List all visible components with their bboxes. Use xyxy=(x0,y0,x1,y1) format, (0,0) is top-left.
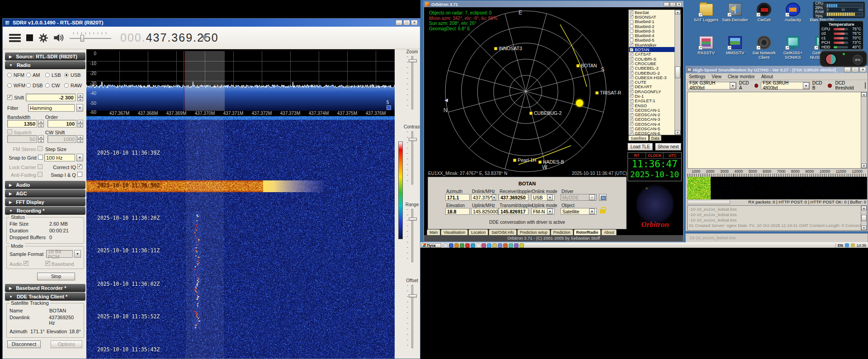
dnlink-mode-combo[interactable]: USB▼ xyxy=(531,194,555,201)
satellite-list-item[interactable]: BISONSAT xyxy=(629,14,675,19)
satellite-checkbox[interactable] xyxy=(630,104,633,107)
satellite-checkbox[interactable] xyxy=(630,90,633,93)
mode-radio[interactable]: RAW xyxy=(64,83,83,88)
mode-radio[interactable]: USB xyxy=(64,72,83,78)
zoom-slider-thumb[interactable] xyxy=(409,59,417,62)
satellite-checkbox[interactable] xyxy=(630,43,633,47)
list-tab[interactable]: Satellites xyxy=(628,135,649,141)
satellite-checkbox[interactable] xyxy=(630,29,633,33)
panel-source[interactable]: ▶Source: RTL-SDR (R820T) xyxy=(5,52,85,61)
satellite-list-item[interactable]: Bluebird-5 xyxy=(629,38,675,43)
satellite-marker[interactable]: BOTAN xyxy=(576,63,597,68)
clock-mode-tab[interactable]: CLOCK xyxy=(646,153,664,158)
satellite-list[interactable]: BeeSatBISONSATBluebird-1Bluebird-2Bluebi… xyxy=(628,9,681,135)
satellite-list-item[interactable]: CUTE xyxy=(629,80,675,84)
zoom-slider[interactable] xyxy=(411,56,413,109)
satellite-checkbox[interactable] xyxy=(630,118,633,121)
taskbar-app-icon[interactable] xyxy=(476,243,481,248)
bandwidth-field[interactable]: 1350 xyxy=(7,120,37,128)
satellite-checkbox[interactable] xyxy=(630,76,633,79)
mode-radio[interactable]: DSB xyxy=(26,83,45,88)
mode-radio[interactable]: NFM xyxy=(7,72,26,78)
shift-spinner[interactable]: ▲▼ xyxy=(77,94,83,101)
satellite-marker[interactable]: CUBEBUG-2 xyxy=(529,110,561,116)
satellite-list-item[interactable]: CROCUBE xyxy=(629,61,675,66)
contrast-slider-thumb[interactable] xyxy=(409,138,417,141)
satellite-marker[interactable]: HADES-B xyxy=(538,159,564,165)
satellite-checkbox[interactable] xyxy=(630,24,633,28)
panel-recording[interactable]: ▼Recording * xyxy=(5,207,85,215)
menu-item[interactable]: Settings xyxy=(689,74,705,79)
driver-config-button[interactable] xyxy=(599,194,607,201)
bandwidth-spinner[interactable]: ▲▼ xyxy=(38,120,44,128)
taskbar-app-icon[interactable] xyxy=(449,243,453,248)
stop-icon[interactable] xyxy=(26,34,33,41)
minimize-button[interactable]: _ xyxy=(396,20,402,25)
satellite-list-item[interactable]: DEKART xyxy=(629,85,675,89)
satellite-checkbox[interactable] xyxy=(630,61,633,65)
tray-icon[interactable] xyxy=(845,243,849,247)
satellite-list-item[interactable]: BOTAN xyxy=(629,47,675,52)
taskbar-app-icon[interactable] xyxy=(454,243,459,248)
satellite-checkbox[interactable] xyxy=(630,34,633,38)
dropdown-icon[interactable]: ▼ xyxy=(547,194,553,200)
filter-dropdown-icon[interactable]: ▼ xyxy=(76,104,83,112)
satellite-list-item[interactable]: COLIBRI-S xyxy=(629,57,675,61)
satellite-list-scrollbar[interactable]: ▲▼ xyxy=(675,10,680,135)
orbitron-tab[interactable]: Rotor/Radio xyxy=(574,229,601,235)
correct-iq-checkbox[interactable] xyxy=(77,164,82,169)
soundmodem-maximize-button[interactable]: □ xyxy=(852,67,859,72)
offset-slider-thumb[interactable] xyxy=(409,294,417,298)
scroll-up-icon[interactable]: ▲ xyxy=(675,10,680,14)
orbitron-tab[interactable]: Sat/Orbit info xyxy=(489,229,517,235)
satellite-list-item[interactable]: GEOSCAN-3 xyxy=(629,117,675,122)
satellite-checkbox[interactable] xyxy=(630,57,633,61)
satellite-list-item[interactable]: Dx-1 xyxy=(629,94,675,98)
step-size-dropdown-icon[interactable]: ▼ xyxy=(76,154,83,161)
satellite-list-item[interactable]: Bluebird-2 xyxy=(629,24,675,28)
dcd-threshold-slider[interactable] xyxy=(865,82,866,89)
satellite-list-item[interactable]: GEOSCAN-5 xyxy=(629,126,675,131)
filter-select[interactable]: Hamming xyxy=(28,104,75,112)
order-spinner[interactable]: ▲▼ xyxy=(77,120,83,128)
soundmodem-minimize-button[interactable]: _ xyxy=(844,67,851,72)
object-combo[interactable]: Satellite▼ xyxy=(561,208,597,215)
satellite-list-item[interactable]: CUBESX-HSE-3 xyxy=(629,75,675,80)
satellite-list-item[interactable]: CUBEBUG-2 xyxy=(629,71,675,75)
satellite-list-item[interactable]: GEOSCAN-1 xyxy=(629,108,675,112)
snap-to-grid-checkbox[interactable] xyxy=(38,155,43,160)
satellite-checkbox[interactable] xyxy=(630,122,633,126)
satellite-checkbox[interactable] xyxy=(630,80,633,84)
range-slider[interactable] xyxy=(411,209,413,262)
clock-mode-tab[interactable]: RT xyxy=(628,153,646,158)
satellite-checkbox[interactable] xyxy=(630,15,633,19)
disconnect-button[interactable]: Disconnect xyxy=(7,340,41,348)
shift-checkbox[interactable] xyxy=(7,95,12,100)
language-indicator[interactable]: EN xyxy=(838,243,843,248)
taskbar-app-icon[interactable] xyxy=(460,243,464,248)
mode-radio[interactable]: LSB xyxy=(45,72,64,78)
azimuth-field[interactable]: 171.1 xyxy=(445,194,470,201)
satellite-list-item[interactable]: GEOSCAN-2 xyxy=(629,113,675,117)
uplink-mode-combo[interactable]: FM-N▼ xyxy=(531,208,555,215)
desktop-icon[interactable]: ↗ Audacity xyxy=(778,1,807,34)
mode-radio[interactable]: CW xyxy=(45,83,64,88)
orbitron-tab[interactable]: Location xyxy=(468,229,488,235)
satellite-marker[interactable]: Pearl-1H xyxy=(513,157,536,163)
mode-radio[interactable]: WFM xyxy=(7,83,26,88)
satellite-checkbox[interactable] xyxy=(630,85,633,89)
scroll-down-icon[interactable]: ▼ xyxy=(861,164,867,168)
order-field[interactable]: 100 xyxy=(47,120,76,128)
desktop-icon[interactable]: ↗ CwGet xyxy=(750,1,778,34)
shift-field[interactable]: -2 300 xyxy=(26,94,75,101)
dropdown-icon[interactable]: ▼ xyxy=(492,194,496,200)
dropdown-icon[interactable]: ▼ xyxy=(547,208,553,214)
receive-doppler-field[interactable]: 437.369250 xyxy=(499,194,528,201)
desktop-icon[interactable]: ↗ RXSSTV xyxy=(692,34,721,67)
desktop-icon[interactable]: ↗ Sat Network Client xyxy=(750,34,778,67)
start-button[interactable]: Пуск xyxy=(421,243,441,248)
range-slider-thumb[interactable] xyxy=(409,217,417,221)
soundmodem-titlebar[interactable]: High-Speed SoundModem by UZ7HO - Ver 0.2… xyxy=(686,66,868,73)
taskbar-app-icon[interactable] xyxy=(465,243,470,248)
contrast-slider[interactable] xyxy=(411,131,413,184)
